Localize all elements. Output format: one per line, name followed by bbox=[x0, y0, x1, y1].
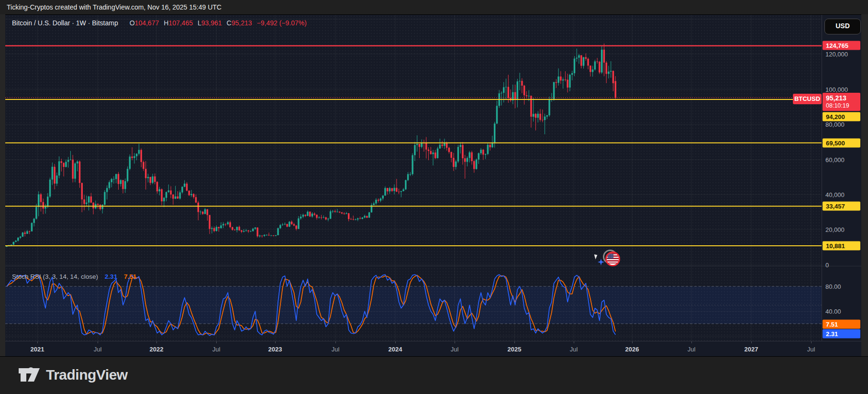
bar-countdown: 08:10:19 bbox=[826, 102, 860, 109]
candle-body bbox=[291, 222, 293, 224]
ohlc-letter: O bbox=[130, 19, 135, 27]
candle-body bbox=[608, 72, 610, 74]
candle-body bbox=[444, 143, 445, 146]
candle-body bbox=[300, 217, 302, 219]
candle-body bbox=[236, 227, 238, 230]
candle-body bbox=[286, 224, 288, 227]
candle-body bbox=[61, 161, 63, 163]
candle-body bbox=[97, 204, 99, 205]
candle-body bbox=[412, 155, 413, 175]
candle-body bbox=[384, 188, 386, 196]
tradingview-logo[interactable]: TradingView bbox=[18, 366, 128, 383]
time-tick-label: 2025 bbox=[508, 346, 522, 353]
candle-body bbox=[380, 198, 382, 200]
candle-body bbox=[218, 227, 220, 229]
candle-body bbox=[261, 236, 263, 236]
candle-body bbox=[134, 156, 135, 158]
candle-body bbox=[455, 162, 457, 167]
time-axis[interactable]: 2021Jul2022Jul2023Jul2024Jul2025Jul2026J… bbox=[5, 341, 861, 357]
candle-body bbox=[284, 224, 286, 224]
chart-canvas[interactable] bbox=[5, 15, 822, 341]
ohlc-value: 95,213 bbox=[232, 19, 252, 27]
candle-body bbox=[353, 219, 355, 220]
candle-body bbox=[65, 162, 67, 167]
candle-body bbox=[184, 184, 186, 187]
candle-body bbox=[74, 164, 76, 179]
time-tick-label: Jul bbox=[332, 346, 340, 353]
candle-body bbox=[599, 62, 601, 72]
pane-separator[interactable] bbox=[5, 266, 861, 266]
time-tick-label: Jul bbox=[570, 346, 578, 353]
export-info-bar: Ticking-Cryptos created with TradingView… bbox=[0, 0, 868, 14]
candle-body bbox=[469, 153, 471, 158]
candle-body bbox=[482, 150, 484, 154]
candle-body bbox=[211, 228, 213, 229]
time-tick-label: 2023 bbox=[268, 346, 282, 353]
stoch-rsi-title[interactable]: Stoch RSI (3, 3, 14, 14, close) bbox=[12, 273, 98, 280]
candle-body bbox=[307, 212, 309, 216]
change-value: −9,492 (−9.07%) bbox=[257, 19, 307, 27]
candle-body bbox=[122, 180, 124, 189]
candle-body bbox=[298, 219, 300, 229]
candle-body bbox=[88, 197, 90, 203]
candle-body bbox=[179, 192, 181, 198]
candle-body bbox=[154, 176, 156, 182]
candle-body bbox=[448, 148, 450, 152]
candle-body bbox=[362, 218, 364, 219]
candle-body bbox=[578, 55, 580, 58]
ohlc-value: 107,465 bbox=[168, 19, 193, 27]
candle-body bbox=[312, 214, 313, 217]
event-marker[interactable] bbox=[594, 248, 627, 272]
us-flag-event-icon[interactable] bbox=[605, 252, 620, 266]
stoch-k-value: 2.31 bbox=[105, 273, 117, 280]
candle-body bbox=[533, 114, 534, 117]
candle-body bbox=[314, 214, 316, 215]
candle-body bbox=[309, 212, 311, 217]
candle-body bbox=[147, 177, 149, 178]
candle-body bbox=[234, 230, 236, 230]
candle-body bbox=[387, 188, 389, 191]
candle-body bbox=[485, 154, 487, 154]
tradingview-logo-text: TradingView bbox=[46, 367, 128, 383]
candle-body bbox=[471, 153, 473, 161]
candle-body bbox=[441, 144, 443, 146]
tradingview-screenshot: Ticking-Cryptos created with TradingView… bbox=[0, 0, 868, 394]
candle-body bbox=[70, 160, 72, 160]
candle-body bbox=[542, 120, 544, 120]
candle-body bbox=[359, 219, 361, 219]
candle-body bbox=[434, 153, 436, 158]
time-tick-mark bbox=[455, 341, 455, 343]
candle-body bbox=[109, 182, 111, 188]
candle-body bbox=[375, 200, 377, 204]
candle-body bbox=[152, 176, 154, 183]
price-level-label: 33,457 bbox=[823, 202, 860, 211]
candle-body bbox=[118, 174, 120, 184]
price-level-label: 94,200 bbox=[823, 112, 860, 121]
candle-body bbox=[243, 231, 245, 231]
candle-body bbox=[195, 197, 197, 202]
candle-body bbox=[450, 152, 452, 158]
candle-body bbox=[104, 192, 106, 205]
candle-body bbox=[594, 61, 596, 69]
candle-body bbox=[491, 143, 493, 147]
symbol-title[interactable]: Bitcoin / U.S. Dollar · 1W · Bitstamp bbox=[12, 19, 118, 27]
candle-body bbox=[216, 227, 218, 231]
candle-body bbox=[58, 161, 60, 175]
candle-body bbox=[612, 71, 614, 83]
candle-body bbox=[401, 191, 402, 192]
candle-body bbox=[38, 194, 40, 207]
candle-body bbox=[120, 180, 122, 184]
currency-usd-button[interactable]: USD bbox=[824, 19, 861, 34]
candle-body bbox=[336, 212, 338, 212]
candle-body bbox=[334, 211, 336, 212]
chart-plot-area[interactable] bbox=[5, 15, 822, 341]
time-tick-mark bbox=[37, 341, 38, 343]
candle-body bbox=[190, 194, 192, 196]
candle-body bbox=[156, 182, 158, 191]
candle-body bbox=[106, 188, 108, 192]
candle-body bbox=[366, 216, 368, 218]
candle-body bbox=[462, 145, 464, 158]
price-axis[interactable]: 95,213 08:10:19 120,000100,00080,00060,0… bbox=[822, 15, 862, 341]
candle-body bbox=[188, 191, 190, 196]
ohlc-letter: L bbox=[198, 19, 201, 27]
